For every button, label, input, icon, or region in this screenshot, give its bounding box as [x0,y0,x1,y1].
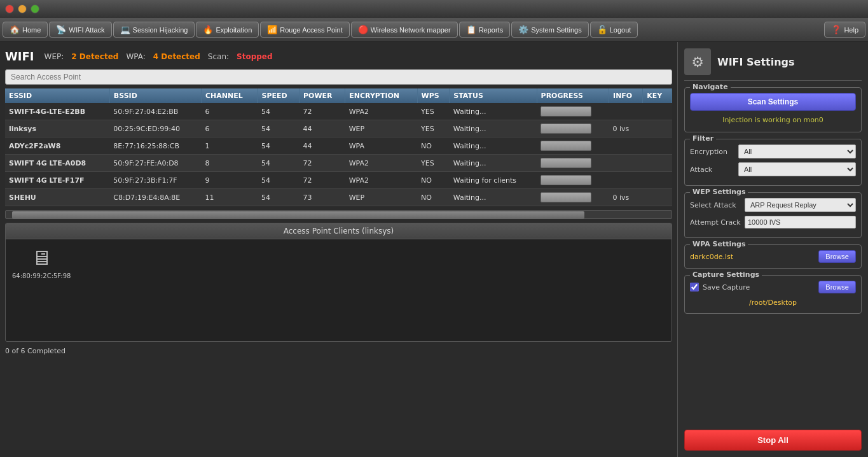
wpa-settings-legend: WPA Settings [690,240,748,248]
page-title: WIFI [5,50,34,63]
cell-progress [537,103,609,120]
attack-label: Attack [690,165,734,174]
col-power: POWER [300,88,345,103]
nav-exploitation[interactable]: 🔥 Exploitation [196,22,259,38]
cell-channel: 8 [202,155,258,172]
progress-bar [541,141,591,151]
select-attack-select[interactable]: ARP Request Replay [745,198,856,212]
main-container: WIFI WEP: 2 Detected WPA: 4 Detected Sca… [0,42,868,457]
clients-panel: Access Point Clients (linksys) 🖥 64:80:9… [5,223,672,342]
attempt-crack-input[interactable] [745,216,856,229]
navbar: 🏠 Home 📡 WIFI Attack 💻 Session Hijacking… [0,18,868,42]
titlebar [0,0,868,18]
help-icon: ❓ [831,25,841,34]
close-btn[interactable] [5,4,14,13]
cell-status: Waiting for clients [450,172,537,189]
settings-icon: ⚙️ [518,25,528,34]
monitor-icon: 🖥 [31,246,52,270]
nav-wireless-mapper[interactable]: 🔴 Wireless Network mapper [351,22,458,38]
maximize-btn[interactable] [31,4,39,13]
cell-bssid: 50:9F:27:FE:A0:D8 [109,155,201,172]
cell-encryption: WEP [345,189,417,206]
cell-power: 73 [300,189,345,206]
nav-reports[interactable]: 📋 Reports [459,22,511,38]
attempt-crack-label: Attempt Crack [690,218,741,227]
injection-status: Injection is working on mon0 [690,113,856,127]
cell-key [643,103,672,120]
settings-title: WIFI Settings [717,56,795,68]
table-row[interactable]: linksys 00:25:9C:ED:99:40 6 54 44 WEP YE… [5,120,672,137]
capture-path: /root/Desktop [690,297,856,308]
cell-info [609,103,643,120]
col-bssid: BSSID [109,88,201,103]
wep-settings-section: WEP Settings Select Attack ARP Request R… [684,192,862,238]
mapper-icon: 🔴 [358,25,368,34]
table-row[interactable]: SWIFT 4G LTE-A0D8 50:9F:27:FE:A0:D8 8 54… [5,155,672,172]
cell-bssid: 50:9F:27:04:E2:BB [109,103,201,120]
ap-icon: 📶 [267,25,277,34]
ap-table-container: ESSID BSSID CHANNEL SPEED POWER ENCRYPTI… [5,88,672,206]
cell-wps: NO [417,137,450,155]
nav-home[interactable]: 🏠 Home [3,22,48,38]
right-panel: ⚙ WIFI Settings Navigate Scan Settings I… [677,42,868,457]
cell-wps: YES [417,155,450,172]
cell-speed: 54 [258,172,300,189]
cell-power: 44 [300,137,345,155]
cell-power: 44 [300,120,345,137]
cell-status: Waiting... [450,189,537,206]
cell-bssid: 8E:77:16:25:88:CB [109,137,201,155]
wpa-browse-button[interactable]: Browse [818,250,856,263]
nav-session-hijacking[interactable]: 💻 Session Hijacking [113,22,195,38]
progress-bar [541,192,591,202]
left-panel: WIFI WEP: 2 Detected WPA: 4 Detected Sca… [0,42,677,457]
wep-count: 2 Detected [71,52,118,61]
table-row[interactable]: ADYc2F2aW8 8E:77:16:25:88:CB 1 54 44 WPA… [5,137,672,155]
table-row[interactable]: SWIFT-4G-LTE-E2BB 50:9F:27:04:E2:BB 6 54… [5,103,672,120]
cell-bssid: C8:D7:19:E4:8A:8E [109,189,201,206]
nav-wifi-attack[interactable]: 📡 WIFI Attack [49,22,111,38]
encryption-select[interactable]: All [738,144,856,158]
cell-encryption: WEP [345,120,417,137]
cell-essid: linksys [5,120,109,137]
attack-select[interactable]: All [738,162,856,176]
cell-essid: SWIFT-4G-LTE-E2BB [5,103,109,120]
nav-help[interactable]: ❓ Help [824,22,865,38]
horizontal-scrollbar[interactable] [5,210,672,219]
wifi-icon: 📡 [56,25,66,34]
cell-channel: 11 [202,189,258,206]
clients-body: 🖥 64:80:99:2C:5F:98 [6,239,672,341]
exploit-icon: 🔥 [203,25,213,34]
nav-rouge-ap[interactable]: 📶 Rouge Access Point [260,22,349,38]
home-icon: 🏠 [10,25,20,34]
minimize-btn[interactable] [18,4,27,13]
cell-key [643,155,672,172]
nav-system-settings[interactable]: ⚙️ System Settings [511,22,588,38]
cell-speed: 54 [258,189,300,206]
capture-browse-button[interactable]: Browse [818,281,856,293]
wpa-file-label[interactable]: darkc0de.lst [690,253,815,261]
cell-info: 0 ivs [609,120,643,137]
save-capture-checkbox[interactable] [690,283,699,292]
table-row[interactable]: SHEHU C8:D7:19:E4:8A:8E 11 54 73 WEP NO … [5,189,672,206]
col-wps: WPS [417,88,450,103]
scan-settings-button[interactable]: Scan Settings [690,93,856,111]
ap-table: ESSID BSSID CHANNEL SPEED POWER ENCRYPTI… [5,88,672,206]
session-icon: 💻 [120,25,130,34]
cell-status: Waiting... [450,103,537,120]
table-row[interactable]: SWIFT 4G LTE-F17F 50:9F:27:3B:F1:7F 9 54… [5,172,672,189]
filter-section: Filter Encryption All Attack All [684,139,862,186]
col-encryption: ENCRYPTION [345,88,417,103]
attack-filter-row: Attack All [690,162,856,176]
cell-info: 0 ivs [609,189,643,206]
navigate-section: Navigate Scan Settings Injection is work… [684,87,862,132]
cell-speed: 54 [258,103,300,120]
client-mac: 64:80:99:2C:5F:98 [12,272,71,279]
col-channel: CHANNEL [202,88,258,103]
search-input[interactable] [5,69,672,85]
cell-power: 72 [300,172,345,189]
nav-logout[interactable]: 🔓 Logout [590,22,638,38]
cell-speed: 54 [258,120,300,137]
stop-all-button[interactable]: Stop All [684,430,862,451]
reports-icon: 📋 [466,25,476,34]
cell-wps: YES [417,120,450,137]
